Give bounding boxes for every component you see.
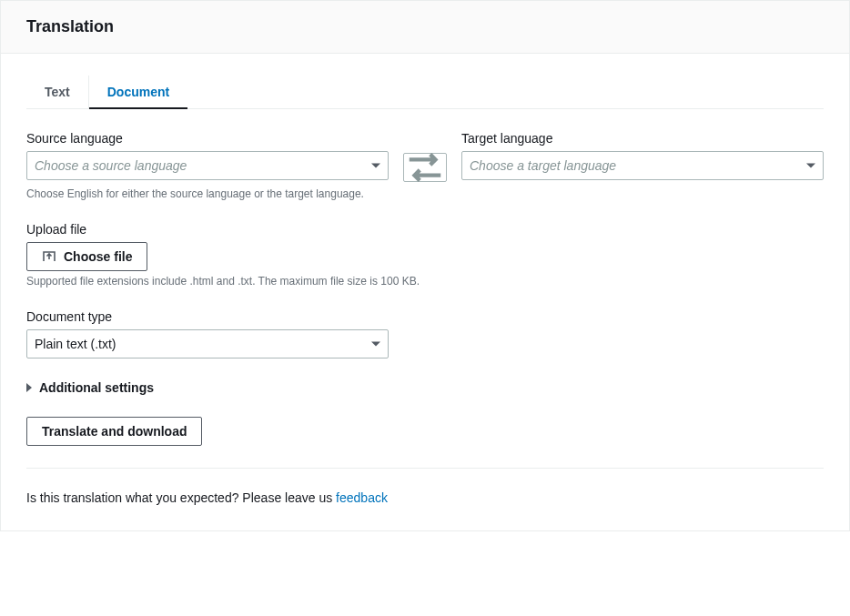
- source-language-label: Source language: [26, 131, 389, 146]
- choose-file-label: Choose file: [64, 249, 132, 264]
- tab-document-label: Document: [107, 85, 169, 99]
- document-type-value: Plain text (.txt): [35, 337, 116, 351]
- panel-header: Translation: [1, 1, 849, 54]
- tab-text[interactable]: Text: [26, 76, 89, 108]
- doctype-section: Document type Plain text (.txt): [26, 309, 824, 358]
- tab-document[interactable]: Document: [89, 76, 187, 108]
- feedback-link[interactable]: feedback: [336, 490, 388, 505]
- feedback-text: Is this translation what you expected? P…: [26, 490, 336, 505]
- upload-file-label: Upload file: [26, 222, 824, 237]
- document-type-label: Document type: [26, 309, 824, 324]
- swap-icon: [404, 146, 446, 188]
- translate-download-button[interactable]: Translate and download: [26, 417, 202, 446]
- caret-down-icon: [371, 342, 380, 347]
- upload-icon: [42, 249, 56, 264]
- choose-file-button[interactable]: Choose file: [26, 242, 147, 271]
- source-language-helper: Choose English for either the source lan…: [26, 187, 824, 200]
- source-language-column: Source language Choose a source language: [26, 131, 389, 180]
- swap-languages-button[interactable]: [403, 153, 447, 182]
- tab-text-label: Text: [45, 85, 70, 99]
- divider: [26, 468, 824, 469]
- additional-settings-label: Additional settings: [39, 380, 154, 395]
- target-language-column: Target language Choose a target language: [461, 131, 824, 180]
- caret-down-icon: [806, 164, 815, 168]
- translation-panel: Translation Text Document Source languag…: [0, 0, 850, 531]
- source-language-placeholder: Choose a source language: [35, 158, 187, 173]
- language-row: Source language Choose a source language…: [26, 131, 824, 182]
- upload-section: Upload file Choose file Supported file e…: [26, 222, 824, 288]
- upload-helper: Supported file extensions include .html …: [26, 275, 824, 288]
- caret-right-icon: [26, 383, 32, 392]
- target-language-select[interactable]: Choose a target language: [461, 151, 824, 180]
- translate-download-label: Translate and download: [42, 424, 187, 439]
- page-title: Translation: [26, 17, 824, 36]
- source-language-select[interactable]: Choose a source language: [26, 151, 389, 180]
- panel-content: Text Document Source language Choose a s…: [1, 76, 849, 530]
- feedback-row: Is this translation what you expected? P…: [26, 490, 824, 505]
- target-language-label: Target language: [461, 131, 824, 146]
- target-language-placeholder: Choose a target language: [470, 158, 616, 173]
- additional-settings-expander[interactable]: Additional settings: [26, 380, 154, 395]
- caret-down-icon: [371, 164, 380, 168]
- tab-bar: Text Document: [26, 76, 824, 109]
- document-type-select[interactable]: Plain text (.txt): [26, 329, 389, 358]
- swap-column: [403, 131, 447, 182]
- actions-row: Translate and download: [26, 417, 824, 446]
